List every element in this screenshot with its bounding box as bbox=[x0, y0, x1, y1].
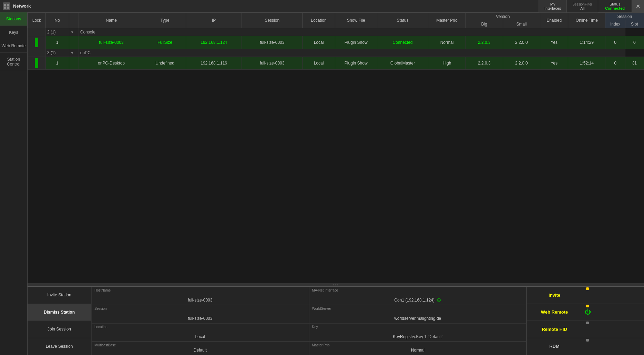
row-session: full-size-0003 bbox=[242, 57, 303, 70]
th-session: Session bbox=[242, 13, 303, 28]
row-online-time: 1:52:14 bbox=[568, 57, 605, 70]
status-indicator: Status Connected bbox=[598, 0, 632, 12]
session-filter-value: All bbox=[580, 6, 584, 10]
my-interfaces-button[interactable]: My Interfaces bbox=[539, 0, 566, 12]
worldserver-label: WorldServer bbox=[312, 307, 524, 310]
svg-rect-1 bbox=[7, 4, 9, 6]
table-header-top: Lock No Name Type IP Session Location Sh… bbox=[28, 13, 644, 21]
master-prio-value: Normal bbox=[312, 347, 524, 353]
key-value: KeyRegistry.Key 1 'Default' bbox=[312, 334, 524, 340]
row-location: Local bbox=[303, 57, 335, 70]
web-remote-action-button[interactable]: Web Remote bbox=[527, 304, 582, 321]
table-row[interactable]: 1 onPC-Desktop Undefined 192.168.1.116 f… bbox=[28, 57, 644, 70]
location-value: Local bbox=[94, 334, 306, 340]
invite-station-button[interactable]: Invite Station bbox=[28, 287, 91, 304]
window-title: Network bbox=[13, 3, 31, 9]
worldserver-value: worldserver.malighting.de bbox=[312, 315, 524, 322]
rdm-indicator bbox=[586, 339, 589, 342]
lock-indicator-cell bbox=[28, 57, 46, 70]
web-remote-row: Web Remote ⏻ bbox=[527, 304, 644, 321]
session-filter: SessionFilter All bbox=[566, 0, 598, 12]
manet-label: MA-Net Interface bbox=[312, 288, 524, 292]
network-icon: ⊕ bbox=[437, 297, 441, 303]
group-expand[interactable]: ▼ bbox=[69, 28, 79, 36]
th-version-big: Big bbox=[466, 20, 503, 28]
th-expand bbox=[69, 13, 79, 28]
row-session-index: 0 bbox=[605, 36, 625, 49]
remote-hid-action-button[interactable]: Remote HID bbox=[527, 321, 582, 338]
row-no: 1 bbox=[45, 36, 69, 49]
table-group-row: 2 (1) ▼ Console bbox=[28, 28, 644, 36]
bottom-left-buttons: Invite Station Dismiss Station Join Sess… bbox=[28, 287, 91, 355]
status-label: Status bbox=[610, 2, 620, 6]
master-prio-label: Master Prio bbox=[312, 343, 524, 347]
sidebar-item-web-remote[interactable]: Web Remote bbox=[0, 39, 27, 53]
th-ip[interactable]: IP bbox=[186, 13, 242, 28]
drag-handle[interactable]: ▪▪▪ bbox=[28, 283, 644, 286]
sidebar-item-stations[interactable]: Stations bbox=[0, 12, 27, 26]
my-interfaces-line1: My bbox=[550, 2, 555, 6]
row-location: Local bbox=[303, 36, 335, 49]
info-hostname: HostName full-size-0003 bbox=[91, 287, 309, 305]
row-type: FullSize bbox=[144, 36, 186, 49]
multicast-value: Default bbox=[94, 347, 306, 353]
table-row[interactable]: 1 full-size-0003 FullSize 192.168.1.124 … bbox=[28, 36, 644, 49]
rdm-action-button[interactable]: RDM bbox=[527, 338, 582, 355]
dismiss-station-button[interactable]: Dismiss Station bbox=[28, 304, 91, 321]
svg-rect-3 bbox=[7, 7, 9, 9]
th-status: Status bbox=[377, 13, 428, 28]
sidebar: Stations Keys Web Remote Station Control bbox=[0, 12, 28, 355]
leave-session-button[interactable]: Leave Session bbox=[28, 338, 91, 355]
lock-indicator-cell bbox=[28, 36, 46, 49]
row-type: Undefined bbox=[144, 57, 186, 70]
hostname-label: HostName bbox=[94, 288, 306, 292]
row-status: GlobalMaster bbox=[377, 57, 428, 70]
row-session: full-size-0003 bbox=[242, 36, 303, 49]
invite-row: Invite bbox=[527, 287, 644, 304]
sidebar-item-station-control[interactable]: Station Control bbox=[0, 53, 27, 71]
remote-hid-indicator bbox=[586, 322, 589, 324]
svg-rect-2 bbox=[4, 7, 6, 9]
th-session-group: Session bbox=[605, 13, 644, 21]
row-online-time: 1:14:29 bbox=[568, 36, 605, 49]
row-name: full-size-0003 bbox=[79, 36, 144, 49]
th-version: Version bbox=[466, 13, 540, 21]
row-enabled: Yes bbox=[540, 57, 568, 70]
th-online-time: Online Time bbox=[568, 13, 605, 28]
th-session-index: Index bbox=[605, 20, 625, 28]
status-value: Connected bbox=[605, 6, 625, 10]
network-table: Lock No Name Type IP Session Location Sh… bbox=[28, 12, 644, 70]
info-session: Session full-size-0003 bbox=[91, 305, 309, 323]
sidebar-item-keys[interactable]: Keys bbox=[0, 26, 27, 39]
row-version-small: 2.2.0.0 bbox=[503, 57, 540, 70]
group-expand[interactable]: ▼ bbox=[69, 49, 79, 57]
join-session-button[interactable]: Join Session bbox=[28, 321, 91, 338]
row-session-slot: 0 bbox=[625, 36, 644, 49]
th-no: No bbox=[45, 13, 69, 28]
lock-cell bbox=[28, 28, 46, 36]
row-version-big: 2.2.0.3 bbox=[466, 57, 503, 70]
content-area: Lock No Name Type IP Session Location Sh… bbox=[28, 12, 644, 355]
row-expand bbox=[69, 57, 79, 70]
group-no: 2 (1) bbox=[45, 28, 69, 36]
info-key: Key KeyRegistry.Key 1 'Default' bbox=[309, 323, 527, 342]
row-show-file: Plugin Show bbox=[335, 57, 377, 70]
invite-action-button[interactable]: Invite bbox=[527, 287, 582, 304]
row-show-file: Plugin Show bbox=[335, 36, 377, 49]
location-label: Location bbox=[94, 325, 306, 329]
hostname-value: full-size-0003 bbox=[94, 297, 306, 303]
network-table-area[interactable]: Lock No Name Type IP Session Location Sh… bbox=[28, 12, 644, 283]
info-manet: MA-Net Interface Con1 (192.168.1.124) ⊕ bbox=[309, 287, 527, 305]
my-interfaces-line2: Interfaces bbox=[544, 6, 561, 10]
row-ip: 192.168.1.124 bbox=[186, 36, 242, 49]
row-master-prio: Normal bbox=[428, 36, 466, 49]
close-button[interactable]: ✕ bbox=[632, 0, 644, 12]
session-filter-label: SessionFilter bbox=[572, 2, 592, 6]
th-enabled: Enabled bbox=[540, 13, 568, 28]
svg-rect-0 bbox=[4, 4, 6, 6]
th-name[interactable]: Name bbox=[79, 13, 144, 28]
row-session-index: 0 bbox=[605, 57, 625, 70]
title-bar: Network My Interfaces SessionFilter All … bbox=[0, 0, 644, 12]
row-no: 1 bbox=[45, 57, 69, 70]
th-show-file: Show File bbox=[335, 13, 377, 28]
